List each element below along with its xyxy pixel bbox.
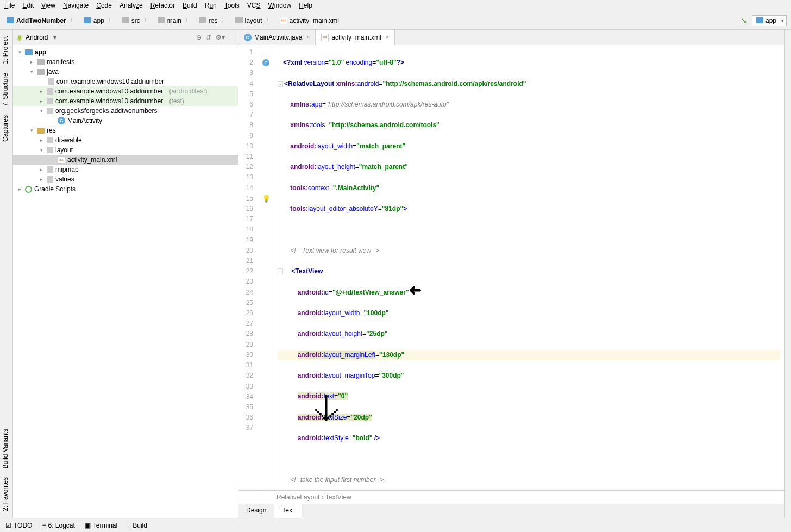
run-config-selector[interactable]: app [752, 15, 787, 26]
xml-file-icon: <> [58, 156, 65, 164]
tree-node-values[interactable]: values [55, 176, 74, 183]
folder-icon [235, 17, 243, 23]
tree-node-app[interactable]: app [35, 48, 46, 56]
editor-tabs: CMainActivity.java× <>activity_main.xml× [238, 30, 784, 45]
tab-activity-main[interactable]: <>activity_main.xml× [316, 30, 394, 45]
tree-node-layout[interactable]: layout [55, 146, 73, 154]
expand-icon[interactable]: ⇵ [206, 34, 211, 41]
tree-node-mipmap[interactable]: mipmap [55, 166, 79, 173]
crumb-res[interactable]: res〉 [197, 15, 231, 26]
settings-icon[interactable]: ⚙▾ [216, 34, 225, 41]
menu-code[interactable]: Code [96, 2, 112, 9]
dropdown-icon[interactable]: ▾ [53, 34, 56, 41]
java-class-icon: C [244, 34, 252, 41]
tree-node-package[interactable]: com.example.windows10.addnumber [56, 78, 164, 85]
project-tree[interactable]: ▾app ▸manifests ▾java com.example.window… [13, 45, 238, 518]
tool-project[interactable]: 1: Project [0, 32, 11, 68]
tree-node-file[interactable]: activity_main.xml [67, 156, 117, 164]
tool-build-variants[interactable]: Build Variants [0, 424, 11, 473]
xml-file-icon: <> [321, 34, 329, 41]
tree-node-class[interactable]: MainActivity [67, 117, 102, 124]
crumb-file[interactable]: <>activity_main.xml [278, 16, 341, 26]
make-project-icon[interactable]: ↘ [740, 16, 748, 26]
folder-icon [122, 17, 129, 23]
code-content[interactable]: <?xml version="1.0" encoding="utf-8"?> -… [273, 45, 784, 490]
status-terminal[interactable]: ▣ Terminal [85, 522, 117, 529]
folder-icon [37, 69, 45, 75]
android-icon: ◉ [16, 33, 22, 41]
crumb-app[interactable]: app〉 [81, 15, 117, 26]
project-icon [7, 17, 14, 23]
menu-bar: File Edit View Navigate Code Analyze Ref… [0, 0, 791, 11]
status-logcat[interactable]: ≡ 6: Logcat [42, 522, 74, 529]
tool-captures[interactable]: Captures [0, 111, 11, 146]
project-view-selector[interactable]: Android [26, 34, 48, 41]
related-class-icon[interactable]: C [262, 59, 269, 66]
menu-view[interactable]: View [41, 2, 55, 9]
crumb-layout[interactable]: layout〉 [233, 15, 275, 26]
folder-icon [199, 17, 206, 23]
editor-area: CMainActivity.java× <>activity_main.xml×… [238, 30, 784, 518]
folder-icon [47, 166, 53, 173]
menu-help[interactable]: Help [299, 2, 312, 9]
right-tool-stripe [784, 30, 791, 518]
menu-vcs[interactable]: VCS [247, 2, 261, 9]
tree-node-java[interactable]: java [47, 68, 59, 76]
crumb-label: main [167, 17, 181, 24]
menu-analyze[interactable]: Analyze [120, 2, 143, 9]
crumb-project[interactable]: AddTwoNumber〉 [4, 15, 79, 26]
line-numbers: 1234567891011121314151617181920212223242… [238, 45, 259, 490]
tree-node-package[interactable]: com.example.windows10.addnumber [55, 87, 163, 95]
crumb-src[interactable]: src〉 [120, 15, 153, 26]
menu-file[interactable]: File [4, 2, 15, 9]
tree-node-package[interactable]: com.example.windows10.addnumber [55, 97, 163, 105]
folder-icon [47, 176, 53, 183]
tab-design[interactable]: Design [238, 504, 274, 518]
intention-bulb-icon[interactable]: 💡 [262, 193, 271, 204]
code-editor[interactable]: 1234567891011121314151617181920212223242… [238, 45, 784, 490]
tree-node-drawable[interactable]: drawable [55, 136, 82, 144]
folder-icon [158, 17, 165, 23]
tab-mainactivity[interactable]: CMainActivity.java× [238, 30, 316, 45]
close-icon[interactable]: × [306, 34, 310, 40]
tool-structure[interactable]: 7: Structure [0, 68, 11, 111]
package-icon [47, 108, 53, 114]
menu-build[interactable]: Build [183, 2, 197, 9]
annotation-arrow: ➜ [409, 285, 422, 295]
project-tool-window: ◉ Android ▾ ⊖ ⇵ ⚙▾ ⊢ ▾app ▸manifests ▾ja… [13, 30, 238, 518]
gutter-icons: C💡 [259, 45, 273, 490]
tree-node-gradle[interactable]: Gradle Scripts [34, 185, 76, 193]
menu-refactor[interactable]: Refactor [150, 2, 175, 9]
menu-navigate[interactable]: Navigate [63, 2, 89, 9]
tree-node-res[interactable]: res [47, 127, 56, 134]
folder-icon [37, 128, 45, 134]
navigation-toolbar: AddTwoNumber〉 app〉 src〉 main〉 res〉 layou… [0, 11, 791, 30]
xml-file-icon: <> [280, 17, 287, 24]
xml-breadcrumb[interactable]: RelativeLayout › TextView [238, 490, 784, 504]
menu-window[interactable]: Window [268, 2, 291, 9]
menu-run[interactable]: Run [205, 2, 217, 9]
status-bar: ☑ TODO ≡ 6: Logcat ▣ Terminal ↓ Build [0, 518, 791, 532]
module-icon [84, 17, 91, 23]
tab-text[interactable]: Text [274, 504, 302, 518]
module-icon [25, 49, 33, 55]
layout-editor-tabs: Design Text [238, 504, 784, 518]
tool-favorites[interactable]: 2: Favorites [0, 473, 11, 516]
tree-node-package[interactable]: org.geeksforgeeks.addtwonumbers [55, 107, 157, 115]
crumb-label: res [209, 17, 218, 24]
left-tool-stripe: 1: Project 7: Structure Captures Build V… [0, 30, 13, 518]
status-todo[interactable]: ☑ TODO [5, 522, 32, 529]
folder-icon [37, 59, 45, 65]
menu-edit[interactable]: Edit [22, 2, 34, 9]
package-icon [47, 98, 53, 104]
hide-icon[interactable]: ⊢ [229, 34, 235, 41]
status-build[interactable]: ↓ Build [127, 522, 147, 529]
crumb-main[interactable]: main〉 [155, 15, 194, 26]
tree-node-manifests[interactable]: manifests [47, 58, 74, 66]
gradle-icon [25, 186, 32, 193]
crumb-label: layout [245, 17, 262, 24]
menu-tools[interactable]: Tools [224, 2, 240, 9]
close-icon[interactable]: × [386, 34, 389, 40]
collapse-icon[interactable]: ⊖ [196, 34, 202, 41]
folder-icon [47, 137, 53, 143]
